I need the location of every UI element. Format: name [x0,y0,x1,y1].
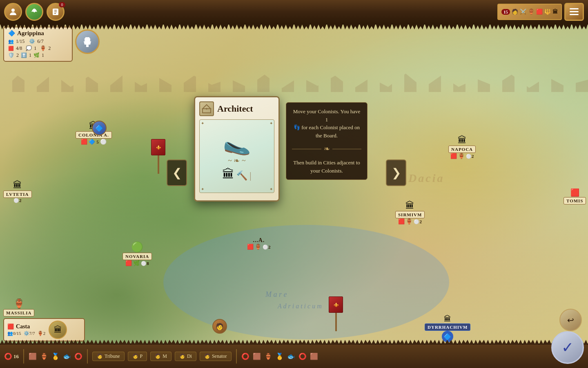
bottom-res-11: ⭕ [298,352,307,360]
resource-count: 15 [501,9,510,15]
tooltip-text-3: Then build in Cities adjacent to your Co… [292,159,361,175]
card-decor-bl: ✦ [201,187,204,191]
bottom-res-2: 🏺 [40,352,48,360]
city-massilia[interactable]: 🏺 MASSILIA [3,298,34,316]
city-name-tomis: TOMIS [564,197,586,204]
player-bottom-stats: 👥0/15 ⚙️7/7 🏺2 [7,331,45,336]
nav-arrow-right[interactable]: ❯ [386,159,406,186]
role-m[interactable]: 🧑 M [150,352,172,361]
architect-card[interactable]: Architect ✦ ✦ ✦ ✦ 🥿 ~ ❧ ~ 🏛 🔨 | [194,96,280,202]
tooltip-text-2: 👣 for each Colonist placed on the Board. [292,123,361,139]
city-sirmivm[interactable]: 🏛 SIRMIVM 🟥 🏺 ⚪2 [395,200,425,225]
bottom-res-4: 🐟 [63,352,71,360]
city-name-novaria: NOVARIA [122,253,152,260]
troop-bottom-center: 🧑 [212,319,227,334]
city-res-colonia: 🟥 🔷 5 ⚪ [81,139,107,145]
card-sandal-icon: 🥿 [223,132,251,154]
res-icon-trade: 🔱 [544,9,551,15]
card-header: Architect [199,101,274,116]
city-res-lvtetia: ⚪2 [13,198,22,203]
city-dyrrhachivм[interactable]: 🏛 DYRRHACHIVМ 🔷 [425,315,470,342]
player-panel: 🔷 Agrippina 👥 1/15 ⚙️ 6/7 🟥 4/8 💭 1 🏺 2 … [3,27,73,62]
card-decor-tl: ✦ [201,121,204,126]
stat-pop: 👥 1/15 ⚙️ 6/7 [8,38,68,45]
city-name-dyrrhachivм: DYRRHACHIVМ [425,323,470,331]
city-name-napoca: NAPOCA [448,146,476,153]
city-res-napoca: 🟥 🏺 ⚪2 [450,153,474,159]
troop-colonia-blue: 🔷 [92,121,107,135]
svg-rect-6 [570,11,579,12]
player-bottom-panel: 🟥 Casta 👥0/15 ⚙️7/7 🏺2 🏛 [3,318,85,341]
city-novaria[interactable]: 🟢 NOVARIA 🟥 🌿 ⚪8 [122,241,152,267]
top-bar-left: 0 [4,3,65,21]
card-decor-br: ✦ [270,187,273,191]
card-image: ✦ ✦ ✦ ✦ 🥿 ~ ❧ ~ 🏛 🔨 | [199,119,274,193]
card-tooltip: Move your Colonists. You have 1 👣 for ea… [286,102,368,180]
card-icon [199,101,214,116]
legion-banner-center: ⚜️ [329,296,343,331]
city-name-lvtetia: LVTETIA [3,191,32,198]
bottom-res-8: 🏺 [264,352,272,360]
bottom-res-12: 🟫 [310,352,318,360]
bottom-bar: ⭕ 16 🟫 🏺 🥇 🐟 ⭕ 🧑 Tribune 🧑 P 🧑 M 🧑 Di 🧑 … [0,343,588,368]
city-res-novaria: 🟥 🌿 ⚪8 [125,260,149,267]
top-bar: 0 15 🧑 ⚔️ 🏺 🟥 🔱 🏛 [0,0,588,25]
card-pillar-icon: | [249,170,252,181]
notes-button[interactable] [25,3,43,21]
city-south-center[interactable]: ...A. 🟥 🏺 ⚪2 [247,237,271,250]
card-temple-icon: 🏛 [222,167,234,181]
map-background [0,0,588,368]
svg-rect-9 [85,38,90,41]
confirm-button[interactable]: ✓ [551,331,584,364]
city-lvtetia[interactable]: 🏛 LVTETIA ⚪2 [3,180,32,203]
resource-bar: 15 🧑 ⚔️ 🏺 🟥 🔱 🏛 [497,4,562,20]
resource-count-badge: 15 [501,9,510,15]
role-senator[interactable]: 🧑 Senator [200,352,232,361]
card-hammer-icon: 🔨 [236,171,247,181]
stat-gold: 🟥 4/8 💭 1 🏺 2 [8,45,68,52]
svg-rect-5 [570,8,579,9]
bottom-res-10: 🐟 [287,352,295,360]
legion-banner-colonia: ⚜️ [151,139,165,174]
menu-button[interactable] [564,3,584,21]
banner-flag-colonia: ⚜️ [151,139,165,155]
bottom-sep-3 [236,349,237,364]
role-tribune[interactable]: 🧑 Tribune [92,352,125,361]
svg-rect-10 [86,45,89,47]
res-icon-gold: 🏺 [528,9,535,15]
nav-arrow-left[interactable]: ❮ [167,159,187,186]
card-decor-tr: ✦ [270,121,273,126]
bottom-res-7: 🟫 [253,352,261,360]
svg-point-0 [11,9,15,12]
card-building-icons: 🏛 🔨 | [222,167,252,181]
player-bottom-info: 🟥 Casta 👥0/15 ⚙️7/7 🏺2 [7,323,45,336]
city-tomis[interactable]: 🟥 TOMIS [564,188,586,204]
res-icon-influence: 🏛 [552,9,558,15]
profile-button[interactable] [4,3,22,21]
player-name: Agrippina [17,30,44,37]
bottom-sep-2 [87,349,88,364]
scroll-button[interactable]: 0 [47,3,65,21]
top-bar-right: 15 🧑 ⚔️ 🏺 🟥 🔱 🏛 [497,3,584,21]
bottom-res-1: 🟫 [29,352,37,360]
scroll-badge: 0 [59,2,65,7]
city-res-sirmivm: 🟥 🏺 ⚪2 [398,218,422,225]
role-di[interactable]: 🧑 Di [175,352,196,361]
res-icon-brick: 🟥 [536,9,543,15]
stat-misc: 🛡️ 2 ⬆️ 1 🌿 1 [8,52,68,58]
tooltip-divider: ❧ [292,144,361,155]
bottom-res-9: 🥇 [276,352,284,360]
bottom-res-6: ⭕ [241,352,249,360]
res-icon-people: 🧑 [512,9,518,15]
player-avatar [75,29,100,54]
bottom-res-3: 🥇 [51,352,60,360]
svg-rect-8 [85,37,89,38]
svg-point-12 [206,108,207,110]
player-bottom-name: Casta [16,323,30,330]
role-p[interactable]: 🧑 P [128,352,147,361]
player-bottom-avatar: 🏛 [49,321,67,339]
banner-flag-center: ⚜️ [329,296,343,313]
undo-button[interactable]: ↩ [559,309,582,331]
city-napoca[interactable]: 🏛 NAPOCA 🟥 🏺 ⚪2 [448,135,476,159]
tooltip-text-1: Move your Colonists. You have 1 [292,108,361,123]
